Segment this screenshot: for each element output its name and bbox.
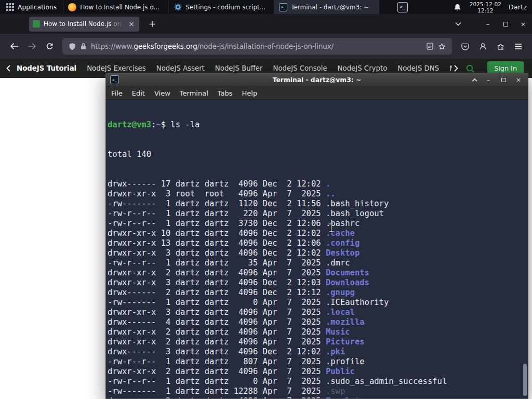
terminal-minimize-button[interactable]: – [483,75,494,85]
terminal-line: drwxr-xr-x 10 dartz dartz 4096 Dec 2 12:… [108,229,528,238]
site-favicon [33,20,40,28]
terminal-line: drwxr-xr-x 2 dartz dartz 4096 Apr 7 2025… [108,396,528,398]
clock-date: 2025-12-02 [470,1,501,7]
url-path: /node-js/installation-of-node-js-on-linu… [197,43,334,50]
scrollbar-thumb[interactable] [523,364,527,396]
terminal-icon [279,3,287,11]
taskbar-button[interactable]: How to Install Node.js o... [63,0,168,14]
list-tabs-chevron-icon[interactable] [455,22,461,26]
terminal-line: -rw-r--r-- 1 dartz dartz 3730 Dec 2 12:0… [108,219,528,229]
user-menu-button[interactable]: Dartz [509,3,527,11]
site-nav-item[interactable]: NodeJS Crypto [338,64,388,72]
terminal-line: drwx------ 3 dartz dartz 4096 Dec 2 12:0… [108,347,528,357]
site-nav-item[interactable]: NodeJS Console [273,64,327,72]
terminal-line: drwxr-xr-x 3 dartz dartz 4096 Dec 2 12:0… [108,278,528,288]
browser-tab[interactable]: How to Install Node.js on... × [29,17,139,32]
browser-minimize-button[interactable]: – [479,14,497,34]
terminal-menu-help[interactable]: Help [242,89,258,97]
terminal-maximize-button[interactable] [498,75,509,85]
browser-maximize-button[interactable] [497,14,514,34]
terminal-line: -rw-r--r-- 1 dartz dartz 807 Apr 7 2025 … [108,357,528,367]
terminal-line: -rw------- 1 dartz dartz 0 Apr 7 2025 .I… [108,298,528,308]
panel-clock[interactable]: 2025-12-02 12:12 [470,1,501,14]
reload-button[interactable] [42,38,57,54]
terminal-line: drwxr-xr-x 2 dartz dartz 4096 Apr 7 2025… [108,327,528,337]
new-tab-button[interactable]: + [144,19,160,29]
terminal-window-buttons: – × [468,75,524,85]
terminal-line: -rw-r--r-- 1 dartz dartz 220 Apr 7 2025 … [108,209,528,219]
extensions-icon[interactable] [493,38,508,54]
terminal-menubar: FileEditViewTerminalTabsHelp [106,87,528,100]
prompt-user-host: dartz@vm3 [108,120,151,129]
url-domain: geeksforgeeks.org [134,43,197,50]
notification-bell-icon[interactable] [454,3,461,11]
back-button[interactable] [6,38,22,54]
terminal-listing: drwx------ 17 dartz dartz 4096 Dec 2 12:… [108,179,528,398]
nav-scroll-right-icon[interactable] [454,65,458,72]
terminal-menu-terminal[interactable]: Terminal [180,89,208,97]
terminal-scrollbar[interactable] [522,100,527,398]
terminal-window-title: Terminal - dartz@vm3: ~ [106,76,528,84]
taskbar: How to Install Node.js o...Settings - co… [63,0,379,14]
url-text: https://www.geeksforgeeks.org/node-js/in… [91,43,422,50]
account-icon[interactable] [475,38,490,54]
top-panel: Applications How to Install Node.js o...… [0,0,532,14]
applications-menu-button[interactable]: Applications [0,0,63,14]
maximize-square-icon [503,22,508,26]
reader-view-icon[interactable] [427,43,433,50]
terminal-line: -rw-r--r-- 1 dartz dartz 0 Apr 7 2025 .s… [108,377,528,387]
nav-scroll-left-icon[interactable] [6,65,10,72]
terminal-line: -rw-r--r-- 1 dartz dartz 35 Apr 7 2025 .… [108,258,528,268]
tray-terminal-icon[interactable] [397,2,408,12]
applications-label: Applications [18,4,57,11]
site-nav-item[interactable]: Node [449,64,452,72]
settings-gear-icon [174,3,182,11]
terminal-menu-tabs[interactable]: Tabs [218,89,233,97]
terminal-window-icon [110,75,119,84]
terminal-total-line: total 140 [108,150,528,159]
url-protocol: https://www. [91,43,134,50]
site-nav-item[interactable]: NodeJS DNS [397,64,439,72]
terminal-line: drwxr-xr-x 2 dartz dartz 4096 Apr 7 2025… [108,337,528,347]
terminal-line: -rw------- 1 dartz dartz 1120 Dec 2 11:5… [108,199,528,209]
prompt-dollar: $ [161,120,171,129]
pocket-icon[interactable] [457,38,473,54]
site-nav-item[interactable]: NodeJS Exercises [87,64,146,72]
terminal-close-button[interactable]: × [513,75,524,85]
terminal-menu-view[interactable]: View [154,89,170,97]
terminal-line: drwxr-xr-x 3 root root 4096 Apr 7 2025 .… [108,189,528,199]
prompt-cwd: ~ [156,120,161,129]
menu-button[interactable] [510,38,526,54]
terminal-line: drwxr-xr-x 2 dartz dartz 4096 Apr 7 2025… [108,268,528,278]
url-bar[interactable]: https://www.geeksforgeeks.org/node-js/in… [62,38,452,55]
prompt-colon: : [151,120,156,129]
terminal-menu-edit[interactable]: Edit [132,89,145,97]
terminal-menu-file[interactable]: File [111,89,123,97]
terminal-titlebar[interactable]: Terminal - dartz@vm3: ~ – × [106,73,528,87]
typed-command: ls -la [170,120,200,129]
lock-icon[interactable] [81,43,86,50]
taskbar-button-title: Terminal - dartz@vm3: ~ [291,4,369,11]
navigation-toolbar: https://www.geeksforgeeks.org/node-js/in… [0,34,532,59]
site-search-icon[interactable] [466,64,475,73]
forward-button[interactable] [24,38,39,54]
site-nav-item[interactable]: NodeJS Buffer [215,64,263,72]
taskbar-button-title: How to Install Node.js o... [80,4,159,11]
terminal-screen[interactable]: dartz@vm3:~$ ls -la total 140 drwx------… [106,100,528,398]
taskbar-button[interactable]: Terminal - dartz@vm3: ~ [274,0,379,14]
clock-time: 12:12 [470,7,501,14]
terminal-window: Terminal - dartz@vm3: ~ – × FileEditView… [105,73,528,399]
tab-close-button[interactable]: × [127,20,136,28]
tracking-shield-icon[interactable] [69,43,76,50]
terminal-shade-button[interactable] [468,75,478,85]
terminal-line: -rw------- 1 dartz dartz 12288 Apr 7 202… [108,387,528,396]
taskbar-button[interactable]: Settings - codium script... [168,0,274,14]
browser-close-button[interactable]: × [514,14,532,34]
terminal-line: drwx------ 17 dartz dartz 4096 Dec 2 12:… [108,179,528,189]
site-nav-item-active[interactable]: NodeJS Tutorial [17,64,76,72]
terminal-line: drwxr-xr-x 13 dartz dartz 4096 Dec 2 12:… [108,238,528,248]
terminal-line: drwx------ 4 dartz dartz 4096 Apr 7 2025… [108,317,528,327]
caret-up-icon [472,78,477,84]
site-nav-item[interactable]: NodeJS Assert [156,64,205,72]
bookmark-star-icon[interactable] [438,43,446,50]
